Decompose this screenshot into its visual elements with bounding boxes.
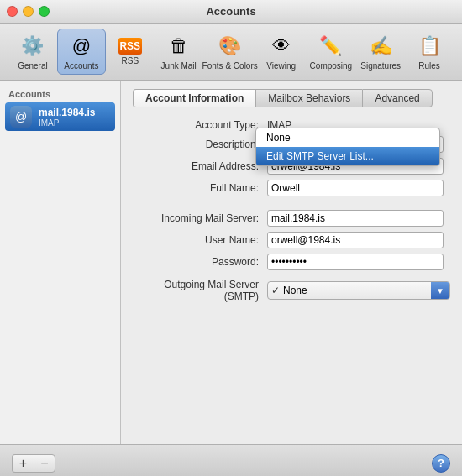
toolbar-label-viewing: Viewing	[266, 61, 296, 71]
incoming-mail-label: Incoming Mail Server:	[133, 212, 267, 224]
help-button[interactable]: ?	[432, 454, 450, 473]
toolbar-item-rss[interactable]: RSS RSS	[106, 34, 155, 70]
sidebar-header: Accounts	[5, 86, 115, 102]
toolbar-item-rules[interactable]: 📋 Rules	[405, 29, 454, 75]
accounts-icon: @	[68, 33, 95, 60]
tab-bar: Account Information Mailbox Behaviors Ad…	[133, 89, 450, 107]
maximize-button[interactable]	[39, 6, 50, 17]
toolbar-label-rules: Rules	[418, 61, 440, 71]
popup-item-edit-smtp[interactable]: Edit SMTP Server List...	[256, 147, 439, 165]
account-subtext: IMAP	[39, 118, 95, 128]
close-button[interactable]	[7, 6, 18, 17]
add-account-button[interactable]: +	[12, 454, 34, 473]
bottom-bar: + − ?	[0, 444, 462, 476]
rss-icon: RSS	[118, 38, 142, 55]
toolbar-label-signatures: Signatures	[360, 61, 401, 71]
account-icon: @	[10, 106, 32, 128]
password-row: Password:	[133, 254, 450, 270]
signatures-icon: ✍️	[367, 33, 394, 60]
fullname-row: Full Name:	[133, 180, 450, 196]
sidebar: Accounts @ mail.1984.is IMAP	[0, 81, 121, 444]
toolbar-label-fonts-colors: Fonts & Colors	[202, 61, 258, 71]
toolbar-item-viewing[interactable]: 👁 Viewing	[257, 29, 306, 75]
fonts-colors-icon: 🎨	[217, 33, 244, 60]
smtp-row: Outgoing Mail Server (SMTP) ✓ None ▼	[133, 279, 450, 302]
titlebar: Accounts	[0, 0, 462, 24]
main-area: Accounts @ mail.1984.is IMAP Account Inf…	[0, 81, 462, 444]
tab-account-information[interactable]: Account Information	[133, 89, 255, 107]
minimize-button[interactable]	[23, 6, 34, 17]
smtp-arrow-icon: ▼	[431, 282, 449, 299]
toolbar-item-accounts[interactable]: @ Accounts	[57, 29, 106, 75]
toolbar: ⚙️ General @ Accounts RSS RSS 🗑 Junk Mai…	[0, 24, 462, 81]
smtp-popup-menu: None Edit SMTP Server List...	[255, 128, 440, 166]
rules-icon: 📋	[416, 33, 443, 60]
popup-item-none[interactable]: None	[256, 128, 439, 147]
smtp-check: ✓	[271, 285, 280, 296]
description-label: Description:	[133, 139, 267, 150]
junk-mail-icon: 🗑	[165, 33, 192, 60]
smtp-value: None	[283, 285, 446, 296]
window-title: Accounts	[206, 5, 255, 18]
account-name: mail.1984.is	[39, 107, 95, 118]
spacer	[133, 201, 450, 210]
username-input[interactable]	[267, 232, 444, 248]
fullname-input[interactable]	[267, 180, 444, 196]
toolbar-item-junk-mail[interactable]: 🗑 Junk Mail	[155, 29, 203, 75]
username-row: User Name:	[133, 232, 450, 248]
account-list-buttons: + −	[12, 454, 55, 473]
toolbar-label-general: General	[18, 61, 48, 71]
smtp-dropdown[interactable]: ✓ None ▼	[267, 281, 450, 300]
tab-mailbox-behaviors[interactable]: Mailbox Behaviors	[255, 89, 362, 107]
tab-advanced[interactable]: Advanced	[362, 89, 432, 107]
username-label: User Name:	[133, 234, 267, 246]
toolbar-item-fonts-colors[interactable]: 🎨 Fonts & Colors	[203, 29, 257, 75]
toolbar-label-junk-mail: Junk Mail	[161, 61, 197, 71]
account-type-label: Account Type:	[133, 119, 267, 131]
incoming-mail-row: Incoming Mail Server:	[133, 210, 450, 227]
account-text: mail.1984.is IMAP	[39, 107, 95, 128]
smtp-label: Outgoing Mail Server (SMTP)	[133, 279, 267, 302]
password-input[interactable]	[267, 254, 444, 270]
toolbar-item-signatures[interactable]: ✍️ Signatures	[356, 29, 405, 75]
toolbar-item-general[interactable]: ⚙️ General	[8, 29, 57, 75]
general-icon: ⚙️	[19, 33, 46, 60]
sidebar-item-account[interactable]: @ mail.1984.is IMAP	[5, 102, 115, 131]
toolbar-label-rss: RSS	[122, 56, 139, 65]
email-label: Email Address:	[133, 160, 267, 172]
incoming-mail-input[interactable]	[267, 210, 444, 227]
fullname-label: Full Name:	[133, 182, 267, 194]
password-label: Password:	[133, 256, 267, 268]
viewing-icon: 👁	[268, 33, 295, 60]
composing-icon: ✏️	[318, 33, 344, 60]
window-controls	[7, 6, 50, 17]
remove-account-button[interactable]: −	[34, 454, 55, 473]
content-area: Account Information Mailbox Behaviors Ad…	[121, 81, 462, 444]
toolbar-label-composing: Composing	[310, 61, 353, 71]
toolbar-item-composing[interactable]: ✏️ Composing	[306, 29, 357, 75]
toolbar-label-accounts: Accounts	[64, 61, 98, 71]
